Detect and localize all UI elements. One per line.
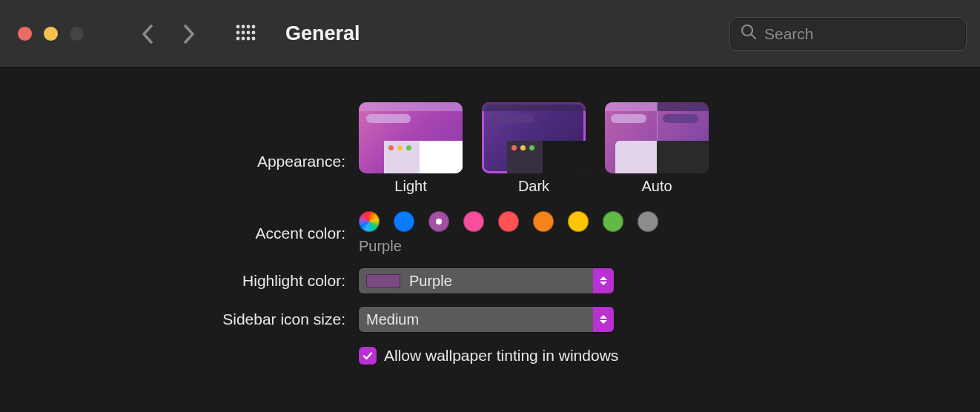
accent-color-swatches: [359, 211, 658, 232]
navigation-arrows: [142, 24, 195, 44]
accent-blue[interactable]: [394, 211, 414, 232]
sidebar-icon-label: Sidebar icon size:: [0, 310, 359, 328]
svg-point-0: [236, 24, 240, 28]
page-title: General: [285, 22, 360, 45]
back-button[interactable]: [142, 24, 153, 44]
row-accent-color: Accent color: Purple: [0, 211, 980, 255]
toolbar: General: [0, 0, 980, 68]
accent-graphite[interactable]: [638, 211, 658, 232]
appearance-thumb-auto: [605, 102, 709, 173]
search-input[interactable]: [764, 25, 959, 43]
sidebar-icon-value: Medium: [366, 311, 419, 328]
accent-label: Accent color:: [0, 225, 359, 242]
svg-point-1: [242, 24, 245, 28]
appearance-caption-auto: Auto: [641, 178, 672, 195]
accent-multicolor[interactable]: [359, 211, 380, 232]
accent-yellow[interactable]: [568, 211, 589, 232]
close-button[interactable]: [18, 27, 32, 41]
row-highlight-color: Highlight color: Purple: [0, 268, 980, 293]
highlight-value: Purple: [409, 273, 452, 290]
appearance-caption-light: Light: [394, 178, 426, 195]
forward-button[interactable]: [183, 24, 195, 44]
search-icon: [741, 24, 757, 44]
svg-point-5: [242, 30, 245, 34]
zoom-button[interactable]: [70, 27, 84, 41]
svg-line-13: [752, 35, 756, 39]
row-appearance: Appearance: Light Dark: [0, 102, 980, 195]
popup-stepper-icon: [593, 268, 614, 293]
appearance-option-auto[interactable]: Auto: [605, 102, 709, 195]
accent-green[interactable]: [603, 211, 623, 232]
accent-pink[interactable]: [463, 211, 484, 232]
svg-point-11: [252, 36, 256, 40]
highlight-swatch: [366, 274, 400, 288]
accent-selected-name: Purple: [359, 238, 658, 255]
show-all-icon[interactable]: [235, 24, 256, 44]
search-field[interactable]: [729, 17, 967, 51]
svg-point-9: [242, 36, 245, 40]
svg-point-4: [236, 30, 240, 34]
accent-red[interactable]: [498, 211, 519, 232]
wallpaper-tint-checkbox[interactable]: [359, 347, 377, 365]
appearance-thumb-light: [359, 102, 463, 173]
svg-point-10: [247, 36, 251, 40]
appearance-option-dark[interactable]: Dark: [482, 102, 586, 195]
svg-point-6: [247, 30, 251, 34]
row-sidebar-icon-size: Sidebar icon size: Medium: [0, 307, 980, 332]
appearance-thumb-dark: [482, 102, 586, 173]
svg-point-3: [252, 24, 256, 28]
accent-purple[interactable]: [428, 211, 449, 232]
minimize-button[interactable]: [44, 27, 58, 41]
svg-point-8: [236, 36, 240, 40]
highlight-color-popup[interactable]: Purple: [359, 268, 614, 293]
window-controls: [18, 27, 84, 41]
appearance-option-light[interactable]: Light: [359, 102, 463, 195]
wallpaper-tint-label: Allow wallpaper tinting in windows: [384, 347, 618, 365]
row-wallpaper-tint: Allow wallpaper tinting in windows: [0, 345, 980, 365]
accent-orange[interactable]: [533, 211, 554, 232]
appearance-label: Appearance:: [0, 102, 359, 170]
appearance-options: Light Dark: [359, 102, 709, 195]
popup-stepper-icon: [593, 307, 614, 332]
svg-point-7: [252, 30, 256, 34]
sidebar-icon-size-popup[interactable]: Medium: [359, 307, 614, 332]
svg-point-2: [247, 24, 251, 28]
form-area: Appearance: Light Dark: [0, 68, 980, 365]
appearance-caption-dark: Dark: [518, 178, 549, 195]
highlight-label: Highlight color:: [0, 272, 359, 290]
